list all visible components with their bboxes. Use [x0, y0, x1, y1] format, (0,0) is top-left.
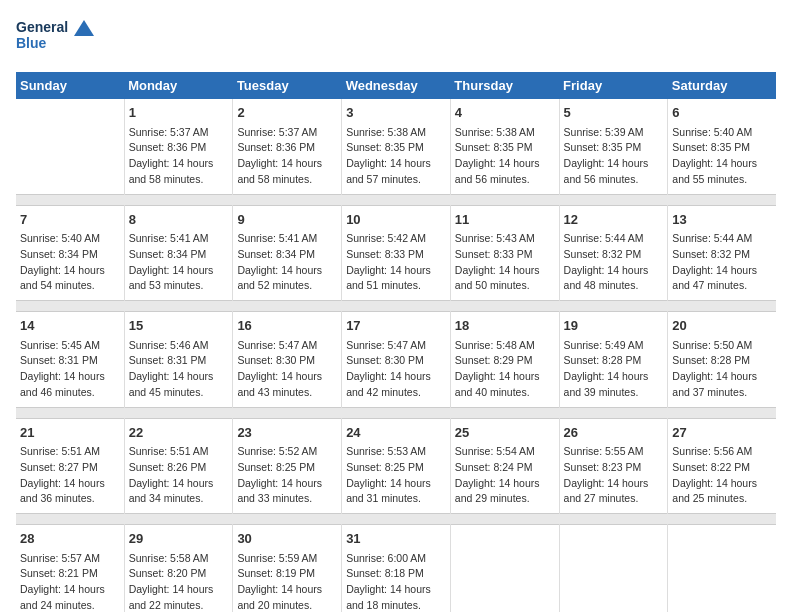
day-info-line: and 55 minutes. — [672, 172, 772, 188]
day-info-line: Sunrise: 5:39 AM — [564, 125, 664, 141]
day-info-line: Sunset: 8:33 PM — [346, 247, 446, 263]
day-number: 11 — [455, 210, 555, 230]
day-info-line: Daylight: 14 hours — [564, 369, 664, 385]
day-info-line: and 31 minutes. — [346, 491, 446, 507]
day-info-line: Daylight: 14 hours — [564, 263, 664, 279]
day-cell: 21Sunrise: 5:51 AMSunset: 8:27 PMDayligh… — [16, 418, 124, 514]
day-info-line: and 40 minutes. — [455, 385, 555, 401]
svg-marker-2 — [74, 20, 94, 36]
logo-svg: General Blue — [16, 16, 96, 60]
day-info-line: Daylight: 14 hours — [237, 476, 337, 492]
day-info-line: and 50 minutes. — [455, 278, 555, 294]
day-info-line: Sunset: 8:34 PM — [237, 247, 337, 263]
day-cell: 30Sunrise: 5:59 AMSunset: 8:19 PMDayligh… — [233, 525, 342, 613]
day-info-line: and 43 minutes. — [237, 385, 337, 401]
day-number: 1 — [129, 103, 229, 123]
day-info-line: Sunrise: 5:48 AM — [455, 338, 555, 354]
day-number: 27 — [672, 423, 772, 443]
day-info-line: Sunset: 8:30 PM — [237, 353, 337, 369]
row-separator — [16, 514, 776, 525]
day-cell: 24Sunrise: 5:53 AMSunset: 8:25 PMDayligh… — [342, 418, 451, 514]
day-info-line: and 54 minutes. — [20, 278, 120, 294]
day-info-line: Sunset: 8:18 PM — [346, 566, 446, 582]
day-info-line: Sunset: 8:29 PM — [455, 353, 555, 369]
day-info-line: Sunset: 8:34 PM — [20, 247, 120, 263]
day-cell: 31Sunrise: 6:00 AMSunset: 8:18 PMDayligh… — [342, 525, 451, 613]
header-cell-friday: Friday — [559, 72, 668, 99]
day-info-line: Sunset: 8:33 PM — [455, 247, 555, 263]
day-info-line: Daylight: 14 hours — [346, 369, 446, 385]
day-info-line: Daylight: 14 hours — [129, 369, 229, 385]
day-number: 12 — [564, 210, 664, 230]
day-info-line: Sunset: 8:30 PM — [346, 353, 446, 369]
day-info-line: Sunrise: 5:50 AM — [672, 338, 772, 354]
day-info-line: and 39 minutes. — [564, 385, 664, 401]
day-info-line: Daylight: 14 hours — [672, 369, 772, 385]
day-cell: 25Sunrise: 5:54 AMSunset: 8:24 PMDayligh… — [450, 418, 559, 514]
day-info-line: Daylight: 14 hours — [346, 582, 446, 598]
day-info-line: and 20 minutes. — [237, 598, 337, 612]
day-info-line: and 51 minutes. — [346, 278, 446, 294]
day-info-line: Sunset: 8:36 PM — [237, 140, 337, 156]
day-info-line: and 57 minutes. — [346, 172, 446, 188]
day-cell: 29Sunrise: 5:58 AMSunset: 8:20 PMDayligh… — [124, 525, 233, 613]
day-info-line: and 25 minutes. — [672, 491, 772, 507]
row-separator — [16, 194, 776, 205]
day-cell — [559, 525, 668, 613]
day-info-line: and 37 minutes. — [672, 385, 772, 401]
day-info-line: Daylight: 14 hours — [129, 476, 229, 492]
day-info-line: Sunrise: 5:54 AM — [455, 444, 555, 460]
day-info-line: and 58 minutes. — [129, 172, 229, 188]
week-row-1: 1Sunrise: 5:37 AMSunset: 8:36 PMDaylight… — [16, 99, 776, 194]
day-info-line: Sunrise: 5:41 AM — [129, 231, 229, 247]
day-cell: 10Sunrise: 5:42 AMSunset: 8:33 PMDayligh… — [342, 205, 451, 301]
day-info-line: Daylight: 14 hours — [455, 156, 555, 172]
header-row: SundayMondayTuesdayWednesdayThursdayFrid… — [16, 72, 776, 99]
svg-text:General: General — [16, 19, 68, 35]
day-info-line: Daylight: 14 hours — [129, 582, 229, 598]
day-info-line: and 48 minutes. — [564, 278, 664, 294]
day-info-line: Daylight: 14 hours — [346, 156, 446, 172]
day-info-line: Daylight: 14 hours — [564, 476, 664, 492]
header-cell-tuesday: Tuesday — [233, 72, 342, 99]
day-info-line: Sunrise: 5:57 AM — [20, 551, 120, 567]
day-info-line: Sunset: 8:35 PM — [455, 140, 555, 156]
day-info-line: Daylight: 14 hours — [346, 263, 446, 279]
day-info-line: Daylight: 14 hours — [237, 263, 337, 279]
day-info-line: Sunset: 8:32 PM — [672, 247, 772, 263]
day-number: 7 — [20, 210, 120, 230]
day-cell: 17Sunrise: 5:47 AMSunset: 8:30 PMDayligh… — [342, 312, 451, 408]
day-info-line: and 18 minutes. — [346, 598, 446, 612]
day-info-line: and 27 minutes. — [564, 491, 664, 507]
day-info-line: Daylight: 14 hours — [20, 582, 120, 598]
day-info-line: Sunrise: 5:59 AM — [237, 551, 337, 567]
day-number: 3 — [346, 103, 446, 123]
day-number: 29 — [129, 529, 229, 549]
day-info-line: Daylight: 14 hours — [20, 369, 120, 385]
day-cell: 26Sunrise: 5:55 AMSunset: 8:23 PMDayligh… — [559, 418, 668, 514]
day-number: 25 — [455, 423, 555, 443]
day-info-line: Sunrise: 5:44 AM — [672, 231, 772, 247]
day-number: 26 — [564, 423, 664, 443]
week-row-5: 28Sunrise: 5:57 AMSunset: 8:21 PMDayligh… — [16, 525, 776, 613]
day-number: 4 — [455, 103, 555, 123]
calendar-header: SundayMondayTuesdayWednesdayThursdayFrid… — [16, 72, 776, 99]
day-info-line: Daylight: 14 hours — [672, 263, 772, 279]
day-number: 19 — [564, 316, 664, 336]
day-info-line: Daylight: 14 hours — [237, 369, 337, 385]
day-number: 23 — [237, 423, 337, 443]
day-info-line: and 58 minutes. — [237, 172, 337, 188]
day-cell: 3Sunrise: 5:38 AMSunset: 8:35 PMDaylight… — [342, 99, 451, 194]
day-info-line: Sunset: 8:28 PM — [672, 353, 772, 369]
day-info-line: Sunset: 8:24 PM — [455, 460, 555, 476]
header-cell-sunday: Sunday — [16, 72, 124, 99]
day-info-line: Daylight: 14 hours — [129, 263, 229, 279]
day-info-line: Daylight: 14 hours — [455, 263, 555, 279]
day-number: 14 — [20, 316, 120, 336]
day-cell: 20Sunrise: 5:50 AMSunset: 8:28 PMDayligh… — [668, 312, 776, 408]
day-info-line: Sunset: 8:35 PM — [346, 140, 446, 156]
day-cell: 28Sunrise: 5:57 AMSunset: 8:21 PMDayligh… — [16, 525, 124, 613]
day-info-line: and 52 minutes. — [237, 278, 337, 294]
day-cell: 18Sunrise: 5:48 AMSunset: 8:29 PMDayligh… — [450, 312, 559, 408]
day-number: 9 — [237, 210, 337, 230]
